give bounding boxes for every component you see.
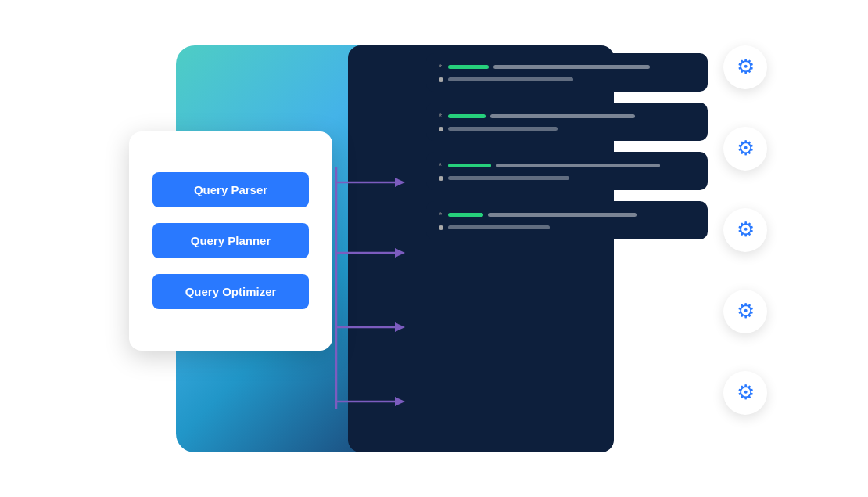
svg-marker-6 (395, 322, 405, 332)
white-bar-1 (493, 65, 650, 69)
gear-icon-2: ⚙ (737, 136, 755, 160)
svg-marker-8 (395, 397, 405, 406)
result-rows-container: * * * (426, 53, 708, 239)
white-bar-short-4 (448, 225, 550, 229)
result-row-3: * (426, 152, 708, 190)
result-row-1: * (426, 53, 708, 92)
star-label-1: * (439, 63, 442, 72)
scene: Query Parser Query Planner Query Optimiz… (82, 22, 786, 476)
result-row-2-line2 (439, 127, 695, 131)
query-planner-button[interactable]: Query Planner (152, 223, 309, 258)
gear-circle-1[interactable]: ⚙ (723, 45, 767, 89)
result-row-4-line2 (439, 225, 695, 230)
gear-icon-3: ⚙ (737, 218, 755, 242)
gear-circle-4[interactable]: ⚙ (723, 290, 767, 333)
green-bar-3 (448, 164, 491, 167)
dot-1 (439, 77, 443, 82)
gear-circle-2[interactable]: ⚙ (723, 127, 767, 171)
white-bar-3 (496, 164, 660, 167)
white-bar-4 (488, 213, 637, 217)
svg-marker-4 (395, 248, 405, 258)
dot-3 (439, 176, 443, 181)
star-label-3: * (439, 161, 442, 171)
result-row-4: * (426, 201, 708, 239)
result-row-4-line1: * (439, 211, 695, 220)
white-bar-short-3 (448, 176, 569, 180)
star-label-4: * (439, 211, 442, 220)
query-optimizer-button[interactable]: Query Optimizer (152, 274, 309, 309)
query-parser-button[interactable]: Query Parser (152, 172, 309, 207)
gear-icon-4: ⚙ (737, 299, 755, 323)
gear-icon-5: ⚙ (737, 380, 755, 405)
green-bar-1 (448, 65, 489, 69)
gear-icon-1: ⚙ (737, 55, 755, 79)
result-row-1-line1: * (439, 63, 695, 72)
star-label-2: * (439, 112, 442, 121)
result-row-3-line1: * (439, 161, 695, 171)
result-row-1-line2 (439, 77, 695, 82)
white-bar-short-2 (448, 127, 558, 131)
dot-4 (439, 225, 443, 230)
query-pipeline-card: Query Parser Query Planner Query Optimiz… (129, 131, 332, 351)
svg-marker-2 (395, 178, 405, 187)
green-bar-2 (448, 114, 486, 118)
white-bar-2 (490, 114, 635, 118)
result-row-2: * (426, 103, 708, 141)
green-bar-4 (448, 213, 483, 217)
result-row-2-line1: * (439, 112, 695, 121)
gear-circle-5[interactable]: ⚙ (723, 371, 767, 415)
gear-circle-3[interactable]: ⚙ (723, 208, 767, 252)
result-row-3-line2 (439, 176, 695, 181)
dot-2 (439, 127, 443, 131)
white-bar-short-1 (448, 77, 573, 81)
gears-column: ⚙ ⚙ ⚙ ⚙ ⚙ (723, 45, 767, 415)
